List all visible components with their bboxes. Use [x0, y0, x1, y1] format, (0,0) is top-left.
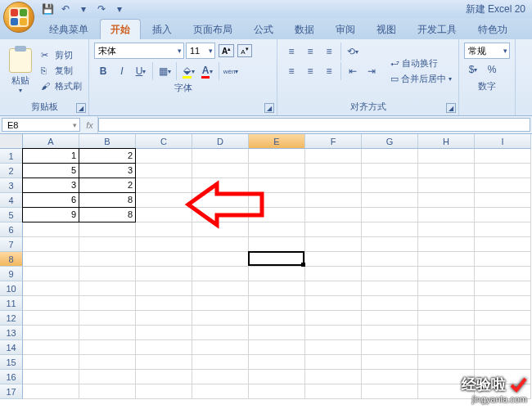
cell-F12[interactable] [305, 311, 362, 326]
alignment-dialog-launcher[interactable]: ◢ [446, 103, 456, 113]
cell-F13[interactable] [305, 326, 362, 340]
cell-A5[interactable]: 9 [22, 207, 79, 222]
undo-icon[interactable]: ↶ [59, 2, 72, 16]
cell-H7[interactable] [418, 237, 475, 252]
cell-A14[interactable] [23, 340, 79, 355]
col-header-B[interactable]: B [79, 134, 136, 149]
col-header-G[interactable]: G [362, 134, 418, 149]
cell-E11[interactable] [249, 296, 305, 311]
tab-1[interactable]: 开始 [100, 19, 141, 39]
cell-B9[interactable] [79, 267, 136, 281]
cell-G1[interactable] [362, 149, 418, 164]
cell-G15[interactable] [362, 355, 418, 370]
cell-B1[interactable]: 2 [79, 148, 136, 164]
cell-B8[interactable] [79, 252, 136, 267]
cell-D4[interactable] [192, 193, 249, 208]
cell-G2[interactable] [362, 164, 418, 178]
cell-G3[interactable] [362, 178, 418, 193]
cell-F5[interactable] [305, 208, 362, 222]
qat-dropdown-icon[interactable]: ▾ [77, 2, 90, 16]
cell-C14[interactable] [136, 340, 192, 355]
cell-I1[interactable] [475, 149, 531, 164]
bold-button[interactable]: B [94, 62, 112, 80]
cell-C3[interactable] [136, 178, 192, 193]
cell-F1[interactable] [305, 149, 362, 164]
cell-E13[interactable] [249, 326, 305, 340]
cell-C10[interactable] [136, 281, 192, 296]
cell-H4[interactable] [418, 193, 475, 208]
tab-4[interactable]: 公式 [244, 20, 283, 39]
cell-A16[interactable] [23, 370, 79, 384]
cell-B10[interactable] [79, 281, 136, 296]
cell-I13[interactable] [475, 326, 531, 340]
cell-F17[interactable] [305, 384, 362, 399]
cell-C6[interactable] [136, 222, 192, 237]
cell-E5[interactable] [249, 208, 305, 222]
align-left-button[interactable]: ≡ [282, 62, 300, 80]
cell-A13[interactable] [23, 326, 79, 340]
align-bottom-button[interactable]: ≡ [320, 43, 338, 61]
cell-B5[interactable]: 8 [79, 207, 136, 222]
row-header-2[interactable]: 2 [0, 164, 23, 178]
cell-D9[interactable] [192, 267, 249, 281]
cell-G8[interactable] [362, 252, 418, 267]
cell-C4[interactable] [136, 193, 192, 208]
font-size-combo[interactable]: 11 [186, 43, 215, 59]
copy-button[interactable]: ⎘复制 [39, 64, 83, 78]
border-button[interactable]: ▦▾ [156, 62, 174, 80]
cell-A10[interactable] [23, 281, 79, 296]
cell-C15[interactable] [136, 355, 192, 370]
row-header-7[interactable]: 7 [0, 237, 23, 252]
cell-G16[interactable] [362, 370, 418, 384]
cell-E16[interactable] [249, 370, 305, 384]
cell-H9[interactable] [418, 267, 475, 281]
cell-I14[interactable] [475, 340, 531, 355]
format-painter-button[interactable]: 🖌格式刷 [39, 79, 83, 93]
cell-A3[interactable]: 3 [22, 178, 79, 193]
cell-F3[interactable] [305, 178, 362, 193]
orientation-button[interactable]: ⟲▾ [344, 43, 362, 61]
cell-D3[interactable] [192, 178, 249, 193]
decrease-indent-button[interactable]: ⇤ [344, 62, 362, 80]
tab-0[interactable]: 经典菜单 [39, 20, 98, 39]
cell-G17[interactable] [362, 384, 418, 399]
cell-H2[interactable] [418, 164, 475, 178]
wrap-text-button[interactable]: ⮐自动换行 [389, 56, 453, 70]
fx-button[interactable]: fx [82, 116, 98, 133]
cell-I8[interactable] [475, 252, 531, 267]
cell-B15[interactable] [79, 355, 136, 370]
col-header-H[interactable]: H [418, 134, 475, 149]
cell-H1[interactable] [418, 149, 475, 164]
cell-D2[interactable] [192, 164, 249, 178]
cell-H3[interactable] [418, 178, 475, 193]
row-header-6[interactable]: 6 [0, 222, 23, 237]
cell-E15[interactable] [249, 355, 305, 370]
cell-F9[interactable] [305, 267, 362, 281]
cell-C11[interactable] [136, 296, 192, 311]
cell-A11[interactable] [23, 296, 79, 311]
redo-icon[interactable]: ↷ [95, 2, 108, 16]
cell-D1[interactable] [192, 149, 249, 164]
cell-A2[interactable]: 5 [22, 163, 79, 178]
cell-C1[interactable] [136, 149, 192, 164]
cell-E9[interactable] [249, 267, 305, 281]
cell-B11[interactable] [79, 296, 136, 311]
cell-E14[interactable] [249, 340, 305, 355]
row-header-4[interactable]: 4 [0, 193, 23, 208]
cell-G6[interactable] [362, 222, 418, 237]
cell-E1[interactable] [249, 149, 305, 164]
name-box[interactable]: E8 [2, 118, 80, 132]
percent-button[interactable]: % [483, 61, 501, 79]
col-header-A[interactable]: A [23, 134, 79, 149]
row-header-3[interactable]: 3 [0, 178, 23, 193]
fill-color-button[interactable]: ⬙▾ [179, 62, 197, 80]
formula-input[interactable] [98, 118, 530, 132]
font-color-button[interactable]: A▾ [198, 62, 216, 80]
select-all-corner[interactable] [0, 134, 23, 149]
cell-E17[interactable] [249, 384, 305, 399]
col-header-I[interactable]: I [475, 134, 531, 149]
align-top-button[interactable]: ≡ [282, 43, 300, 61]
cell-B14[interactable] [79, 340, 136, 355]
cell-B2[interactable]: 3 [79, 163, 136, 178]
cell-D14[interactable] [192, 340, 249, 355]
